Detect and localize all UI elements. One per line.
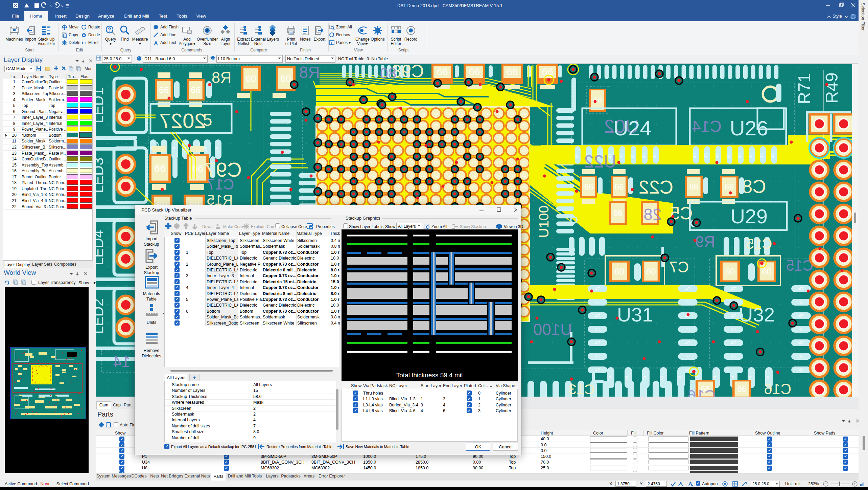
svg-text:72: 72 [496, 135, 501, 140]
svg-text:47: 47 [731, 340, 736, 346]
svg-text:Mor: Mor [85, 66, 92, 71]
svg-text:U22: U22 [584, 152, 616, 171]
svg-text:72: 72 [509, 247, 514, 252]
svg-text:72: 72 [383, 135, 388, 140]
svg-text:C17: C17 [207, 176, 234, 193]
svg-text:72: 72 [509, 210, 514, 215]
svg-text:72: 72 [408, 160, 413, 165]
svg-text:45: 45 [693, 153, 697, 158]
svg-text:72: 72 [471, 173, 476, 178]
svg-text:72: 72 [484, 135, 489, 140]
svg-text:LED3: LED3 [96, 157, 106, 193]
svg-text:72: 72 [320, 197, 325, 202]
svg-text:R8: R8 [299, 64, 320, 81]
svg-text:72: 72 [421, 247, 425, 252]
svg-text:72: 72 [421, 185, 425, 190]
svg-text:72: 72 [345, 296, 350, 302]
svg-text:66: 66 [725, 182, 734, 191]
svg-text:72: 72 [370, 148, 375, 153]
svg-text:66: 66 [469, 66, 480, 77]
svg-text:72: 72 [509, 111, 514, 116]
svg-text:72: 72 [471, 197, 476, 202]
svg-text:72: 72 [522, 160, 526, 165]
svg-text:72: 72 [496, 235, 501, 240]
svg-text:72: 72 [370, 272, 375, 277]
svg-text:72: 72 [484, 284, 489, 289]
svg-text:72: 72 [522, 111, 526, 116]
svg-text:72: 72 [421, 272, 425, 277]
svg-text:47: 47 [685, 286, 690, 291]
svg-text:28: 28 [643, 205, 661, 223]
svg-text:72: 72 [496, 296, 501, 302]
svg-text:47: 47 [595, 313, 600, 318]
svg-text:72: 72 [383, 272, 388, 277]
svg-text:60: 60 [245, 73, 256, 84]
svg-text:72: 72 [484, 235, 489, 240]
svg-text:72: 72 [509, 222, 514, 227]
svg-text:45: 45 [726, 153, 731, 158]
svg-text:72: 72 [383, 235, 388, 240]
svg-text:72: 72 [509, 173, 514, 178]
svg-text:72: 72 [345, 247, 350, 252]
svg-text:45: 45 [715, 153, 720, 158]
svg-text:72: 72 [459, 123, 463, 128]
svg-text:72: 72 [496, 210, 501, 215]
svg-text:47: 47 [799, 354, 803, 359]
svg-text:72: 72 [446, 210, 451, 215]
svg-text:72: 72 [446, 296, 451, 302]
svg-text:72: 72 [396, 272, 400, 277]
svg-text:72: 72 [484, 111, 489, 116]
svg-text:72: 72 [370, 235, 375, 240]
svg-text:?: ? [108, 27, 111, 32]
svg-text:72: 72 [408, 135, 413, 140]
svg-text:72: 72 [459, 111, 463, 116]
svg-text:72: 72 [522, 222, 526, 227]
svg-text:72: 72 [446, 235, 451, 240]
svg-text:72: 72 [484, 148, 489, 153]
svg-text:47: 47 [595, 300, 600, 305]
svg-text:45: 45 [171, 147, 176, 152]
svg-text:47: 47 [799, 313, 803, 318]
svg-text:72: 72 [358, 284, 362, 289]
svg-text:72: 72 [383, 247, 388, 252]
svg-text:R8: R8 [212, 69, 232, 86]
svg-text:72: 72 [370, 309, 375, 314]
svg-text:U24: U24 [613, 116, 652, 140]
svg-text:U100: U100 [533, 320, 572, 338]
svg-text:72: 72 [358, 259, 362, 264]
svg-text:72: 72 [496, 197, 501, 202]
svg-text:45: 45 [642, 376, 647, 381]
svg-text:66: 66 [737, 384, 746, 394]
svg-text:72: 72 [522, 284, 526, 289]
svg-text:72: 72 [433, 296, 438, 302]
svg-text:72: 72 [421, 197, 425, 202]
svg-text:72: 72 [509, 259, 514, 264]
svg-text:72: 72 [509, 148, 514, 153]
svg-text:72: 72 [332, 309, 337, 314]
svg-text:72: 72 [496, 247, 501, 252]
svg-text:72: 72 [358, 210, 362, 215]
svg-text:66: 66 [437, 66, 448, 77]
svg-text:45: 45 [619, 153, 624, 158]
svg-text:72: 72 [358, 197, 362, 202]
svg-text:45: 45 [759, 153, 764, 158]
svg-text:72: 72 [408, 309, 413, 314]
svg-text:72: 72 [421, 173, 425, 178]
svg-text:C14: C14 [692, 117, 722, 135]
svg-text:72: 72 [471, 222, 476, 227]
svg-text:72: 72 [496, 173, 501, 178]
svg-text:72: 72 [345, 222, 350, 227]
svg-text:45: 45 [607, 376, 612, 381]
svg-text:72: 72 [320, 272, 325, 277]
svg-text:72: 72 [459, 259, 463, 264]
svg-text:72: 72 [471, 272, 476, 277]
svg-text:72: 72 [345, 259, 350, 264]
svg-text:72: 72 [396, 222, 400, 227]
svg-text:72: 72 [408, 111, 413, 116]
svg-text:72: 72 [484, 123, 489, 128]
svg-text:72: 72 [408, 173, 413, 178]
svg-text:72: 72 [408, 123, 413, 128]
svg-text:72: 72 [332, 284, 337, 289]
svg-text:72: 72 [421, 160, 425, 165]
svg-text:C8: C8 [742, 176, 766, 197]
